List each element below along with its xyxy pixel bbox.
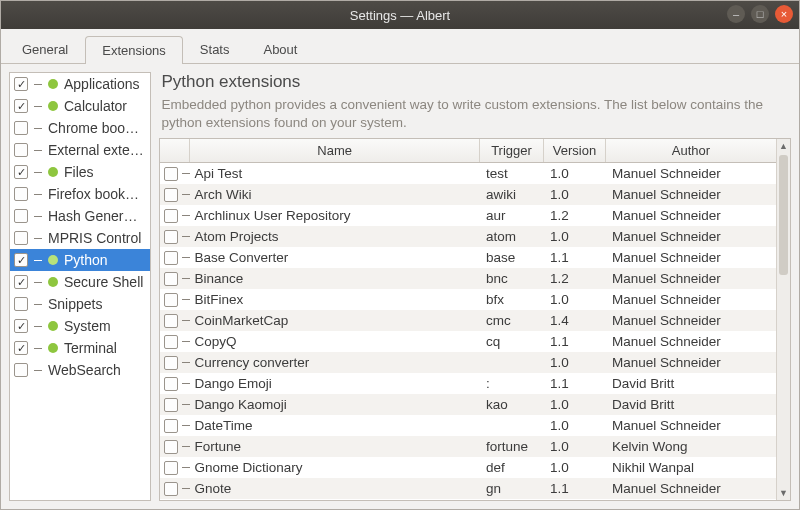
extension-item[interactable]: ✓Calculator xyxy=(10,95,150,117)
table-row[interactable]: Fortunefortune1.0Kelvin Wong xyxy=(160,436,776,457)
row-enable-cell[interactable] xyxy=(160,272,190,286)
extension-item[interactable]: ✓System xyxy=(10,315,150,337)
table-row[interactable]: Binancebnc1.2Manuel Schneider xyxy=(160,268,776,289)
extension-checkbox[interactable] xyxy=(14,363,28,377)
row-enable-cell[interactable] xyxy=(160,251,190,265)
row-checkbox[interactable] xyxy=(164,251,178,265)
maximize-button[interactable]: □ xyxy=(751,5,769,23)
row-enable-cell[interactable] xyxy=(160,482,190,496)
column-version[interactable]: Version xyxy=(544,139,606,162)
row-checkbox[interactable] xyxy=(164,419,178,433)
row-checkbox[interactable] xyxy=(164,209,178,223)
table-row[interactable]: DateTime1.0Manuel Schneider xyxy=(160,415,776,436)
table-row[interactable]: Atom Projectsatom1.0Manuel Schneider xyxy=(160,226,776,247)
extension-item[interactable]: Firefox bookmarks xyxy=(10,183,150,205)
row-enable-cell[interactable] xyxy=(160,314,190,328)
row-checkbox[interactable] xyxy=(164,167,178,181)
table-row[interactable]: Gnome Dictionarydef1.0Nikhil Wanpal xyxy=(160,457,776,478)
minimize-button[interactable]: – xyxy=(727,5,745,23)
tree-branch-icon xyxy=(34,194,42,195)
enabled-indicator-icon xyxy=(48,167,58,177)
row-checkbox[interactable] xyxy=(164,230,178,244)
table-row[interactable]: Api Testtest1.0Manuel Schneider xyxy=(160,163,776,184)
row-enable-cell[interactable] xyxy=(160,209,190,223)
extension-item[interactable]: ✓Files xyxy=(10,161,150,183)
extension-item[interactable]: Chrome bookmarks xyxy=(10,117,150,139)
row-checkbox[interactable] xyxy=(164,482,178,496)
enabled-indicator-icon xyxy=(48,79,58,89)
tab-stats[interactable]: Stats xyxy=(183,35,247,63)
extension-checkbox[interactable] xyxy=(14,187,28,201)
row-checkbox[interactable] xyxy=(164,335,178,349)
row-checkbox[interactable] xyxy=(164,293,178,307)
column-enabled[interactable] xyxy=(160,139,190,162)
extension-checkbox[interactable]: ✓ xyxy=(14,275,28,289)
extension-checkbox[interactable]: ✓ xyxy=(14,253,28,267)
extension-checkbox[interactable]: ✓ xyxy=(14,99,28,113)
table-row[interactable]: CopyQcq1.1Manuel Schneider xyxy=(160,331,776,352)
extension-item[interactable]: Hash Generator xyxy=(10,205,150,227)
extension-checkbox[interactable] xyxy=(14,231,28,245)
tab-extensions[interactable]: Extensions xyxy=(85,36,183,64)
table-row[interactable]: CoinMarketCapcmc1.4Manuel Schneider xyxy=(160,310,776,331)
tab-general[interactable]: General xyxy=(5,35,85,63)
table-row[interactable]: Gnotegn1.1Manuel Schneider xyxy=(160,478,776,499)
row-enable-cell[interactable] xyxy=(160,461,190,475)
vertical-scrollbar[interactable]: ▲ ▼ xyxy=(776,139,790,500)
extension-checkbox[interactable]: ✓ xyxy=(14,319,28,333)
scroll-up-icon[interactable]: ▲ xyxy=(777,139,790,153)
extension-item[interactable]: ✓Terminal xyxy=(10,337,150,359)
row-checkbox[interactable] xyxy=(164,272,178,286)
extension-checkbox[interactable]: ✓ xyxy=(14,165,28,179)
row-enable-cell[interactable] xyxy=(160,398,190,412)
extension-item[interactable]: Snippets xyxy=(10,293,150,315)
extension-item[interactable]: WebSearch xyxy=(10,359,150,381)
table-row[interactable]: BitFinexbfx1.0Manuel Schneider xyxy=(160,289,776,310)
column-name[interactable]: Name xyxy=(190,139,480,162)
extension-item[interactable]: MPRIS Control xyxy=(10,227,150,249)
extension-checkbox[interactable]: ✓ xyxy=(14,341,28,355)
scroll-thumb[interactable] xyxy=(779,155,788,275)
extension-checkbox[interactable] xyxy=(14,143,28,157)
row-enable-cell[interactable] xyxy=(160,167,190,181)
extension-label: Terminal xyxy=(64,340,117,356)
column-trigger[interactable]: Trigger xyxy=(480,139,544,162)
row-checkbox[interactable] xyxy=(164,188,178,202)
python-extensions-table: Name Trigger Version Author Api Testtest… xyxy=(159,138,791,501)
extension-item[interactable]: ✓Applications xyxy=(10,73,150,95)
row-checkbox[interactable] xyxy=(164,356,178,370)
close-button[interactable]: × xyxy=(775,5,793,23)
row-checkbox[interactable] xyxy=(164,377,178,391)
row-enable-cell[interactable] xyxy=(160,377,190,391)
extension-checkbox[interactable]: ✓ xyxy=(14,77,28,91)
table-row[interactable]: Archlinux User Repositoryaur1.2Manuel Sc… xyxy=(160,205,776,226)
table-row[interactable]: Base Converterbase1.1Manuel Schneider xyxy=(160,247,776,268)
extension-checkbox[interactable] xyxy=(14,297,28,311)
tab-about[interactable]: About xyxy=(246,35,314,63)
row-enable-cell[interactable] xyxy=(160,230,190,244)
titlebar[interactable]: Settings — Albert – □ × xyxy=(1,1,799,29)
row-checkbox[interactable] xyxy=(164,461,178,475)
row-enable-cell[interactable] xyxy=(160,356,190,370)
extension-item[interactable]: ✓Secure Shell xyxy=(10,271,150,293)
row-enable-cell[interactable] xyxy=(160,335,190,349)
extension-item[interactable]: External extensions xyxy=(10,139,150,161)
scroll-down-icon[interactable]: ▼ xyxy=(777,486,790,500)
extension-checkbox[interactable] xyxy=(14,121,28,135)
row-enable-cell[interactable] xyxy=(160,419,190,433)
table-row[interactable]: Dango Emoji:1.1David Britt xyxy=(160,373,776,394)
extension-checkbox[interactable] xyxy=(14,209,28,223)
table-row[interactable]: Currency converter1.0Manuel Schneider xyxy=(160,352,776,373)
row-checkbox[interactable] xyxy=(164,440,178,454)
row-version: 1.0 xyxy=(544,460,606,475)
extension-item[interactable]: ✓Python xyxy=(10,249,150,271)
row-enable-cell[interactable] xyxy=(160,293,190,307)
row-checkbox[interactable] xyxy=(164,398,178,412)
row-enable-cell[interactable] xyxy=(160,188,190,202)
column-author[interactable]: Author xyxy=(606,139,776,162)
row-enable-cell[interactable] xyxy=(160,440,190,454)
table-row[interactable]: Arch Wikiawiki1.0Manuel Schneider xyxy=(160,184,776,205)
extensions-list[interactable]: ✓Applications✓CalculatorChrome bookmarks… xyxy=(9,72,151,501)
row-checkbox[interactable] xyxy=(164,314,178,328)
table-row[interactable]: Dango Kaomojikao1.0David Britt xyxy=(160,394,776,415)
